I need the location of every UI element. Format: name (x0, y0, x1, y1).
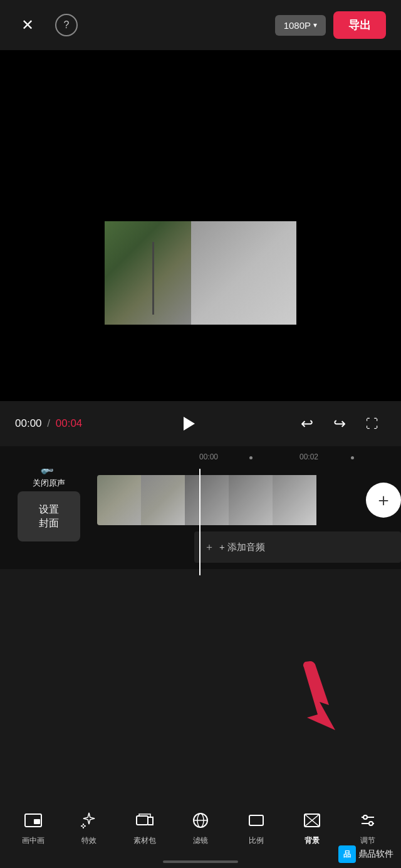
video-track-row: 🔈 关闭原声 设置 封面 ＋ (0, 469, 401, 531)
watermark-logo: 品 (338, 845, 356, 863)
home-bar (163, 860, 238, 863)
playhead (199, 469, 200, 575)
adjust-icon (357, 809, 379, 832)
timeline-ruler: 00:00 00:02 (0, 446, 401, 469)
add-clip-button[interactable]: ＋ (366, 483, 401, 518)
ruler-dot-3 (351, 456, 354, 459)
mute-label: 关闭原声 (33, 478, 65, 489)
svg-point-12 (363, 815, 367, 819)
toolbar-item-materials[interactable]: 素材包 (117, 809, 172, 846)
ruler-mark-0: 00:00 (199, 452, 218, 461)
video-right-frame (191, 221, 296, 325)
play-triangle-icon (184, 417, 195, 431)
play-icon[interactable] (174, 410, 202, 437)
materials-icon (133, 809, 156, 832)
svg-rect-2 (137, 816, 148, 825)
plus-icon: ＋ (204, 541, 214, 554)
top-bar: ✕ ? 1080P ▾ 导出 (0, 0, 401, 50)
filters-icon (189, 809, 212, 832)
effects-icon (78, 809, 100, 832)
close-button[interactable]: ✕ (15, 13, 40, 38)
current-time: 00:00 (15, 417, 42, 429)
effects-label: 特效 (81, 835, 96, 846)
toolbar-item-filters[interactable]: 滤镜 (172, 809, 228, 846)
help-button[interactable]: ? (55, 14, 78, 36)
ruler-mark-2: 00:02 (299, 452, 318, 461)
background-icon (301, 809, 323, 832)
timeline-track-container: 🔈 关闭原声 设置 封面 ＋ (0, 469, 401, 569)
track-label-area: 🔈 关闭原声 设置 封面 (0, 469, 97, 541)
toolbar-item-adjust[interactable]: 调节 (340, 809, 396, 846)
clip-thumb-5 (273, 475, 316, 525)
fullscreen-button[interactable]: ⛶ (358, 410, 386, 437)
top-bar-left: ✕ ? (15, 13, 78, 38)
set-cover-button[interactable]: 设置 封面 (18, 491, 80, 541)
time-display: 00:00 / 00:04 (15, 417, 82, 430)
clip-thumb-1 (97, 475, 141, 525)
redo-button[interactable]: ↪ (326, 410, 353, 437)
svg-rect-1 (34, 819, 40, 824)
toolbar-item-picture-in-picture[interactable]: 画中画 (5, 809, 61, 846)
video-left-frame (105, 221, 191, 325)
speaker-icon: 🔈 (40, 469, 57, 475)
clip-thumb-3 (185, 475, 229, 525)
clip-thumb-4 (229, 475, 273, 525)
play-button[interactable] (174, 410, 202, 437)
video-bottom-black (105, 325, 296, 342)
time-separator: / (47, 417, 50, 429)
ruler-dot-1 (249, 456, 253, 459)
undo-button[interactable]: ↩ (293, 410, 321, 437)
svg-rect-6 (249, 815, 263, 825)
ratio-icon (245, 809, 268, 832)
export-button[interactable]: 导出 (333, 11, 386, 39)
add-audio-label: + 添加音频 (219, 541, 265, 553)
materials-label: 素材包 (133, 835, 156, 846)
picture-in-picture-label: 画中画 (22, 835, 44, 846)
toolbar-item-background[interactable]: 背景 (284, 809, 340, 846)
background-label: 背景 (305, 835, 320, 846)
video-top-black (105, 110, 296, 221)
clip-strip[interactable] (97, 475, 361, 525)
adjust-label: 调节 (360, 835, 375, 846)
watermark-text: 鼎品软件 (358, 849, 393, 860)
add-audio-button[interactable]: ＋ + 添加音频 (194, 531, 401, 563)
clip-thumb-2 (141, 475, 185, 525)
svg-point-13 (369, 822, 373, 825)
picture-in-picture-icon (22, 809, 44, 832)
timeline-section: 00:00 00:02 🔈 关闭原声 设置 封面 (0, 446, 401, 569)
control-right: ↩ ↪ ⛶ (293, 410, 386, 437)
red-arrow-annotation (291, 655, 354, 736)
top-bar-right: 1080P ▾ 导出 (275, 11, 386, 39)
resolution-selector[interactable]: 1080P ▾ (275, 15, 326, 36)
ratio-label: 比例 (249, 835, 264, 846)
playback-controls: 00:00 / 00:04 ↩ ↪ ⛶ (0, 401, 401, 446)
toolbar-item-ratio[interactable]: 比例 (229, 809, 284, 846)
toolbar-item-effects[interactable]: 特效 (61, 809, 117, 846)
bottom-toolbar: 画中画 特效 素材包 (0, 799, 401, 868)
watermark: 品 鼎品软件 (338, 845, 393, 863)
video-thumbnail (105, 221, 296, 325)
total-time: 00:04 (56, 417, 83, 429)
video-frame (105, 110, 296, 342)
timeline-track-area: 🔈 关闭原声 设置 封面 ＋ (0, 469, 401, 569)
video-preview (0, 50, 401, 401)
mute-button[interactable]: 🔈 关闭原声 (33, 469, 65, 489)
filters-label: 滤镜 (193, 835, 208, 846)
